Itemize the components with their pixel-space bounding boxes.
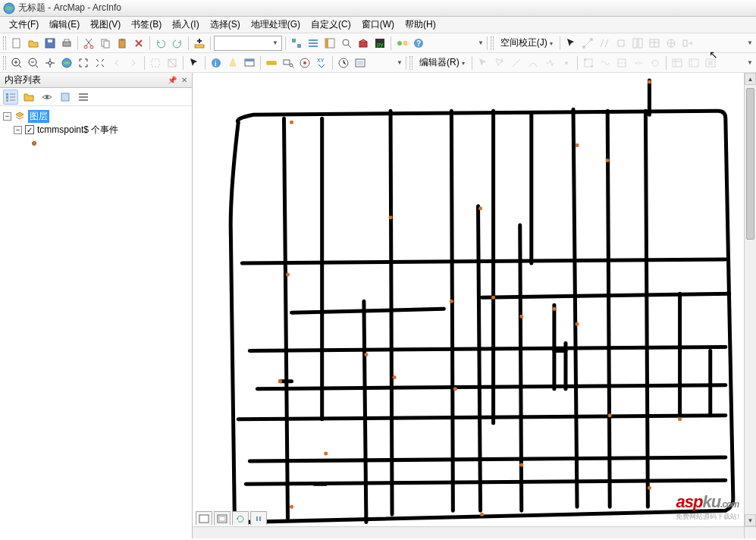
refresh-button[interactable]: [232, 511, 249, 525]
toc-button[interactable]: [306, 36, 321, 51]
save-button[interactable]: [42, 36, 58, 51]
map-canvas[interactable]: [193, 73, 756, 538]
zoom-out-button[interactable]: [26, 55, 41, 71]
chevron-down-icon[interactable]: ▼: [747, 59, 753, 66]
full-extent-button[interactable]: [59, 55, 74, 71]
arc-segment[interactable]: [525, 55, 541, 71]
scroll-thumb[interactable]: [746, 88, 754, 240]
time-slider[interactable]: [336, 55, 351, 71]
pin-icon[interactable]: 📌: [168, 76, 177, 84]
collapse-icon[interactable]: −: [14, 126, 22, 134]
menu-customize[interactable]: 自定义(C): [306, 17, 356, 33]
link-tool[interactable]: [580, 36, 595, 51]
select-tool[interactable]: [563, 36, 579, 51]
chevron-down-icon[interactable]: ▼: [747, 39, 753, 46]
editor-menu[interactable]: 编辑器(R) ▾: [416, 55, 469, 70]
edit-annotation[interactable]: A: [492, 55, 507, 71]
edit-vertices[interactable]: [581, 55, 596, 71]
search-button[interactable]: [339, 36, 354, 51]
prev-extent[interactable]: [109, 55, 124, 71]
sketch-props[interactable]: [686, 55, 701, 71]
list-selection[interactable]: [58, 89, 73, 105]
help-button[interactable]: ?: [411, 36, 426, 51]
link-identify[interactable]: [613, 36, 629, 51]
arctoolbox-button[interactable]: [356, 36, 371, 51]
scroll-up-icon[interactable]: ▲: [745, 73, 756, 85]
reshape-tool[interactable]: [598, 55, 613, 71]
checkbox[interactable]: ✓: [25, 125, 34, 134]
list-visibility[interactable]: [39, 89, 55, 105]
add-data-button[interactable]: [192, 36, 207, 51]
identify-button[interactable]: i: [209, 55, 224, 71]
spatial-adjust-menu[interactable]: 空间校正(J) ▾: [497, 36, 557, 50]
tree-layer[interactable]: − ✓ tcmmspoint$ 个事件: [3, 123, 189, 137]
cut-polygon[interactable]: [614, 55, 629, 71]
menu-insert[interactable]: 插入(I): [168, 17, 203, 33]
trace-tool[interactable]: [542, 55, 557, 71]
tree-symbol[interactable]: [3, 137, 189, 150]
copy-button[interactable]: [98, 36, 113, 51]
map-area[interactable]: ▲ ▼ aspku.com 免费网站源码下载站!: [193, 73, 756, 538]
control-points[interactable]: [663, 36, 679, 51]
pause-button[interactable]: [250, 511, 267, 525]
select-elements[interactable]: [187, 55, 202, 71]
fixed-zoom-out[interactable]: [93, 55, 108, 71]
options-button[interactable]: [76, 89, 91, 105]
collapse-icon[interactable]: −: [3, 112, 11, 121]
measure-button[interactable]: [264, 55, 279, 71]
edge-match[interactable]: [630, 36, 645, 51]
toc-tree[interactable]: − 图层 − ✓ tcmmspoint$ 个事件: [0, 106, 192, 538]
scale-combo[interactable]: ▼: [214, 36, 282, 51]
html-popup[interactable]: [242, 55, 257, 71]
find-route[interactable]: [297, 55, 312, 71]
multilink-tool[interactable]: [597, 36, 612, 51]
chevron-down-icon[interactable]: ▼: [478, 39, 484, 46]
menu-bookmarks[interactable]: 书签(B): [127, 17, 166, 33]
cut-button[interactable]: [81, 36, 96, 51]
rotate-tool[interactable]: [648, 55, 663, 71]
attributes-button[interactable]: [670, 55, 685, 71]
find-button[interactable]: [281, 55, 296, 71]
catalog-button[interactable]: [322, 36, 337, 51]
zoom-in-button[interactable]: [9, 55, 24, 71]
undo-button[interactable]: [153, 36, 168, 51]
paste-button[interactable]: [114, 36, 130, 51]
link-table[interactable]: [647, 36, 662, 51]
edit-tool[interactable]: [475, 55, 491, 71]
next-extent[interactable]: [126, 55, 141, 71]
menu-selection[interactable]: 选择(S): [205, 17, 245, 33]
attribute-transfer[interactable]: [680, 36, 695, 51]
editor-toolbar-button[interactable]: [289, 36, 304, 51]
open-button[interactable]: [26, 36, 41, 51]
menu-help[interactable]: 帮助(H): [400, 17, 441, 33]
fixed-zoom-in[interactable]: [76, 55, 91, 71]
select-features[interactable]: [148, 55, 163, 71]
layout-view-tab[interactable]: [214, 511, 231, 525]
point-tool[interactable]: [559, 55, 574, 71]
close-icon[interactable]: ✕: [181, 76, 187, 84]
hyperlink-button[interactable]: [225, 55, 240, 71]
print-button[interactable]: [59, 36, 74, 51]
menu-window[interactable]: 窗口(W): [357, 17, 399, 33]
create-features[interactable]: [703, 55, 718, 71]
list-source[interactable]: [21, 89, 36, 105]
delete-button[interactable]: [131, 36, 146, 51]
scroll-down-icon[interactable]: ▼: [745, 514, 756, 526]
create-viewer[interactable]: [353, 55, 368, 71]
horizontal-scrollbar[interactable]: [193, 526, 744, 538]
menu-view[interactable]: 视图(V): [86, 17, 125, 33]
redo-button[interactable]: [170, 36, 185, 51]
menu-geoprocessing[interactable]: 地理处理(G): [246, 17, 305, 33]
data-view-tab[interactable]: [196, 511, 212, 525]
menu-file[interactable]: 文件(F): [5, 17, 43, 33]
goto-xy-button[interactable]: XY: [314, 55, 329, 71]
new-button[interactable]: [9, 36, 24, 51]
tree-root[interactable]: − 图层: [3, 109, 189, 123]
straight-segment[interactable]: [509, 55, 524, 71]
clear-selection[interactable]: [165, 55, 180, 71]
menu-edit[interactable]: 编辑(E): [45, 17, 84, 33]
split-tool[interactable]: [631, 55, 646, 71]
pan-button[interactable]: [42, 55, 58, 71]
modelbuilder-button[interactable]: [394, 36, 409, 51]
vertical-scrollbar[interactable]: ▲ ▼: [744, 73, 756, 526]
